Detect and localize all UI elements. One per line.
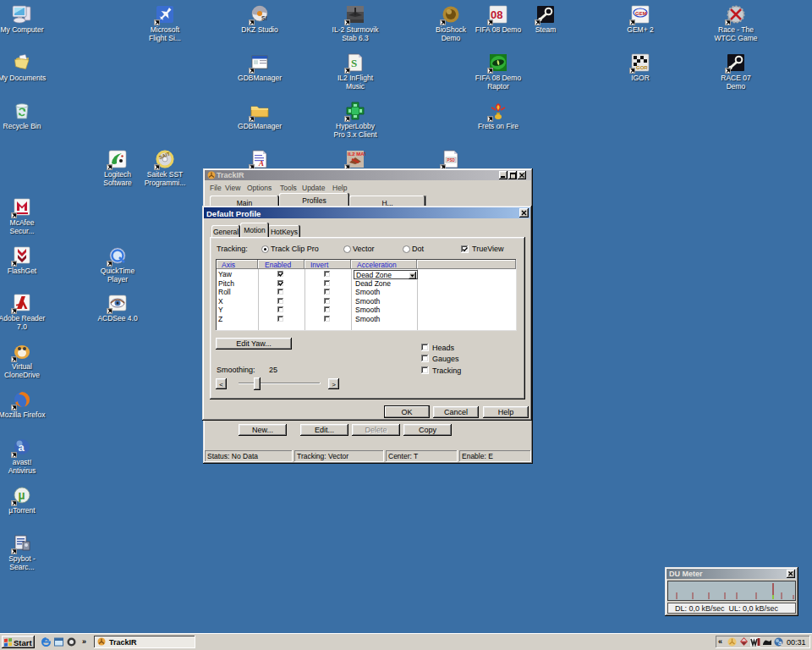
- svg-text:PSD: PSD: [447, 158, 456, 162]
- svg-text:a: a: [19, 441, 25, 454]
- svg-text:GOR: GOR: [636, 65, 648, 70]
- svg-text:a: a: [778, 639, 782, 647]
- svg-text:S!: S!: [261, 15, 267, 21]
- svg-text:GEM: GEM: [635, 11, 647, 16]
- svg-text:A: A: [258, 159, 264, 168]
- svg-text:µ: µ: [19, 488, 25, 502]
- svg-text:IL2 MAT: IL2 MAT: [348, 151, 365, 157]
- svg-text:S: S: [351, 57, 357, 69]
